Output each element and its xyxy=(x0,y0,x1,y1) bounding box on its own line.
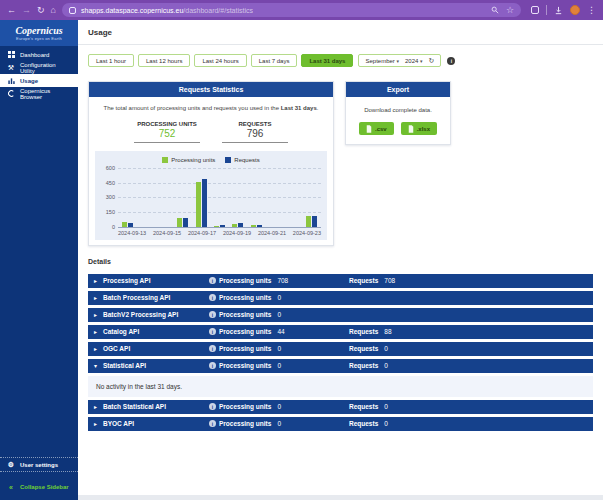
sidebar-item-configuration-utility[interactable]: ⚒Configuration Utility xyxy=(0,61,78,74)
browser-menu-icon[interactable]: ⋮ xyxy=(587,6,596,15)
api-details-list: ▸Processing APIiProcessing units708Reque… xyxy=(88,274,593,431)
api-row-processing-api[interactable]: ▸Processing APIiProcessing units708Reque… xyxy=(88,274,593,288)
api-row-batchv2-processing-api[interactable]: ▸BatchV2 Processing APIiProcessing units… xyxy=(88,308,593,322)
refresh-icon[interactable]: ↻ xyxy=(429,57,435,64)
copernicus-browser-icon xyxy=(7,90,15,97)
bar-group-2024-09-14 xyxy=(136,168,154,227)
address-bar[interactable]: shapps.dataspace.copernicus.eu/dashboard… xyxy=(62,3,521,17)
api-row-byoc-api[interactable]: ▸BYOC APIiProcessing units0Requests0 xyxy=(88,417,593,431)
info-icon[interactable]: i xyxy=(209,311,216,318)
api-name: OGC API xyxy=(103,345,209,352)
bar-processing-units xyxy=(196,182,201,227)
info-icon[interactable]: i xyxy=(447,57,455,65)
export--xlsx-button[interactable]: .xlsx xyxy=(401,122,437,135)
chevron-right-icon: ▸ xyxy=(94,420,103,427)
chevron-right-icon: ▸ xyxy=(94,328,103,335)
metric-label: REQUESTS xyxy=(222,121,288,127)
tab-icon[interactable] xyxy=(531,6,539,14)
copernicus-logo[interactable]: Copernicus Europe's eyes on Earth xyxy=(0,20,78,46)
legend-item-requests: Requests xyxy=(225,157,259,163)
api-name: Batch Statistical API xyxy=(103,403,209,410)
api-name: Catalog API xyxy=(103,328,209,335)
y-axis-tick: 0 xyxy=(101,224,115,230)
panels-row: Requests Statistics The total amount of … xyxy=(78,72,603,250)
search-icon[interactable] xyxy=(491,6,499,14)
filter-button-last-12-hours[interactable]: Last 12 hours xyxy=(138,54,190,67)
info-icon[interactable]: i xyxy=(209,345,216,352)
processing-units-value: 0 xyxy=(277,294,281,301)
browser-actions: ⋮ xyxy=(531,5,596,15)
api-row-statistical-api[interactable]: ▾Statistical APIiProcessing units0Reques… xyxy=(88,359,593,373)
x-axis-tick xyxy=(286,230,293,237)
year-select[interactable]: 2024 ▾ xyxy=(405,58,423,64)
filter-button-last-31-days[interactable]: Last 31 days xyxy=(301,54,353,67)
info-icon[interactable]: i xyxy=(209,420,216,427)
processing-units-group: iProcessing units0 xyxy=(209,420,349,427)
screen: ← → ↻ ⌂ shapps.dataspace.copernicus.eu/d… xyxy=(0,0,603,500)
info-icon[interactable]: i xyxy=(209,403,216,410)
filter-button-last-1-hour[interactable]: Last 1 hour xyxy=(88,54,134,67)
bar-processing-units xyxy=(177,218,182,226)
api-row-batch-statistical-api[interactable]: ▸Batch Statistical APIiProcessing units0… xyxy=(88,400,593,414)
bar-processing-units xyxy=(251,225,256,227)
x-axis-tick: 2024-09-17 xyxy=(188,230,216,237)
api-row-catalog-api[interactable]: ▸Catalog APIiProcessing units44Requests8… xyxy=(88,325,593,339)
sidebar-item-copernicus-browser[interactable]: Copernicus Browser xyxy=(0,87,78,100)
sidebar-item-label: Usage xyxy=(20,78,38,84)
legend-label: Requests xyxy=(234,157,259,163)
download-icon[interactable] xyxy=(554,6,563,15)
sidebar-item-user-settings[interactable]: ⚙ User settings xyxy=(0,457,78,472)
main-content: Usage Last 1 hourLast 12 hoursLast 24 ho… xyxy=(78,20,603,500)
processing-units-group: iProcessing units44 xyxy=(209,328,349,335)
user-settings-label: User settings xyxy=(20,462,58,468)
filter-button-last-7-days[interactable]: Last 7 days xyxy=(251,54,298,67)
api-row-ogc-api[interactable]: ▸OGC APIiProcessing units0Requests0 xyxy=(88,342,593,356)
info-icon[interactable]: i xyxy=(209,294,216,301)
bar-requests xyxy=(312,216,317,227)
file-icon xyxy=(366,125,372,133)
info-icon[interactable]: i xyxy=(209,277,216,284)
bar-group-2024-09-20 xyxy=(247,168,265,227)
bar-group-2024-09-23 xyxy=(303,168,321,227)
info-icon[interactable]: i xyxy=(209,362,216,369)
processing-units-label: Processing units xyxy=(219,362,271,369)
site-settings-icon[interactable] xyxy=(69,7,76,14)
x-axis-tick xyxy=(181,230,188,237)
details-title: Details xyxy=(88,258,593,265)
back-icon[interactable]: ← xyxy=(7,6,16,15)
statistics-description: The total amount of processing units and… xyxy=(99,105,323,113)
bar-requests xyxy=(183,218,188,226)
month-year-picker: September ▾ 2024 ▾ ↻ xyxy=(358,54,441,67)
filter-button-last-24-hours[interactable]: Last 24 hours xyxy=(194,54,246,67)
month-select[interactable]: September ▾ xyxy=(365,58,399,64)
requests-value: 0 xyxy=(384,362,388,369)
sidebar-menu: Dashboard⚒Configuration UtilityUsageCope… xyxy=(0,48,78,100)
details-section: Details ▸Processing APIiProcessing units… xyxy=(78,250,603,434)
bar-requests xyxy=(202,179,207,227)
requests-group: Requests0 xyxy=(349,362,388,369)
x-axis-tick: 2024-09-13 xyxy=(118,230,146,237)
reload-icon[interactable]: ↻ xyxy=(37,6,45,15)
sidebar-item-usage[interactable]: Usage xyxy=(0,74,78,87)
export--csv-button[interactable]: .csv xyxy=(359,122,394,135)
api-name: BatchV2 Processing API xyxy=(103,311,209,318)
profile-avatar[interactable] xyxy=(570,5,580,15)
forward-icon[interactable]: → xyxy=(22,6,31,15)
totals-row: PROCESSING UNITS752REQUESTS796 xyxy=(95,121,327,143)
home-icon[interactable]: ⌂ xyxy=(51,6,56,15)
time-range-buttons: Last 1 hourLast 12 hoursLast 24 hoursLas… xyxy=(88,54,353,67)
processing-units-value: 0 xyxy=(277,362,281,369)
api-name: Statistical API xyxy=(103,362,209,369)
page-header: Usage xyxy=(78,20,603,45)
metric-processing-units: PROCESSING UNITS752 xyxy=(134,121,200,143)
processing-units-value: 708 xyxy=(277,277,288,284)
sidebar-item-dashboard[interactable]: Dashboard xyxy=(0,48,78,61)
requests-statistics-panel: Requests Statistics The total amount of … xyxy=(88,81,334,246)
requests-group: Requests708 xyxy=(349,277,395,284)
info-icon[interactable]: i xyxy=(209,328,216,335)
collapse-sidebar-button[interactable]: « Collapse Sidebar xyxy=(0,480,78,494)
bar-group-2024-09-19 xyxy=(229,168,247,227)
bookmark-star-icon[interactable]: ☆ xyxy=(506,6,514,15)
api-row-batch-processing-api[interactable]: ▸Batch Processing APIiProcessing units0 xyxy=(88,291,593,305)
bar-group-2024-09-15 xyxy=(155,168,173,227)
